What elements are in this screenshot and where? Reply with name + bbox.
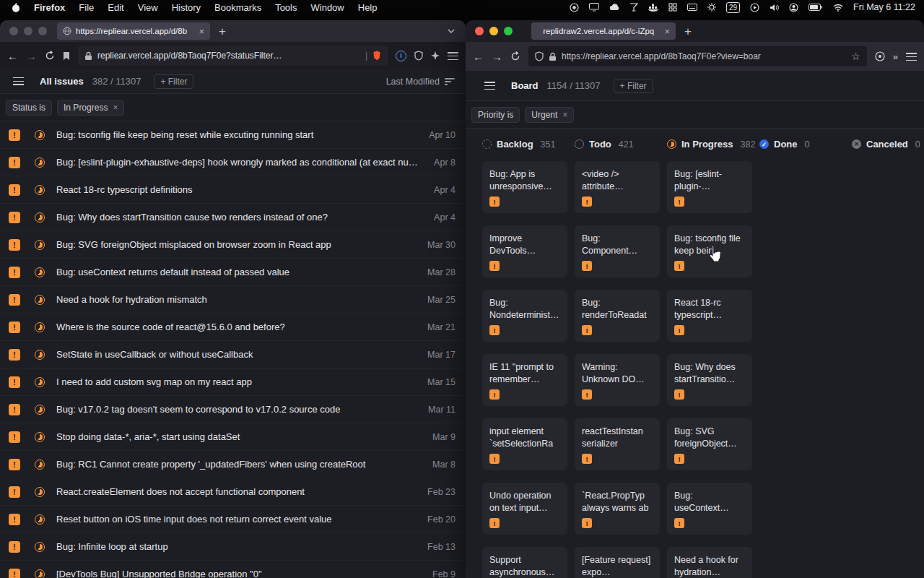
- issue-card[interactable]: Bug: Nondeterminist… !: [482, 290, 567, 342]
- priority-urgent-icon[interactable]: !: [9, 184, 20, 196]
- priority-urgent-icon[interactable]: !: [9, 569, 20, 578]
- browser-menu-icon[interactable]: [906, 53, 917, 61]
- display-icon[interactable]: [589, 3, 599, 12]
- issue-card[interactable]: IE 11 "prompt to remember… !: [482, 354, 567, 406]
- status-in-progress-icon[interactable]: [35, 460, 45, 470]
- issue-row[interactable]: ! Bug: [eslint-plugin-exhaustive-deps] h…: [0, 149, 466, 176]
- filter-field-chip[interactable]: Status is: [6, 100, 52, 116]
- issue-card[interactable]: Undo operation on text input… !: [482, 483, 567, 535]
- priority-urgent-icon[interactable]: !: [9, 431, 20, 443]
- back-icon[interactable]: ←: [7, 51, 18, 61]
- issue-card[interactable]: Warning: Unknown DO… !: [575, 354, 660, 406]
- issue-row[interactable]: ! Reset button on iOS time input does no…: [0, 506, 466, 533]
- menu-window[interactable]: Window: [311, 2, 344, 13]
- menu-help[interactable]: Help: [358, 2, 378, 13]
- priority-urgent-icon[interactable]: !: [9, 239, 20, 251]
- volume-icon[interactable]: [770, 4, 779, 12]
- status-in-progress-icon[interactable]: [35, 130, 45, 140]
- filter-field-chip[interactable]: Priority is: [471, 107, 520, 123]
- shield-icon[interactable]: [414, 51, 423, 61]
- tracking-protection-shield-icon[interactable]: [535, 51, 544, 61]
- issue-row[interactable]: ! React 18-rc typescript definitions Apr…: [0, 176, 466, 204]
- gear-icon[interactable]: [707, 3, 716, 12]
- cloud-icon[interactable]: [609, 4, 619, 11]
- status-in-progress-icon[interactable]: [35, 212, 45, 223]
- issue-row[interactable]: ! Bug: tsconfig file keep being reset wh…: [0, 121, 466, 149]
- issue-card[interactable]: [Feature request] expo… !: [575, 547, 660, 578]
- url-bar[interactable]: https://repliear.vercel.app/d/8bTaoq7F0e…: [528, 46, 867, 66]
- issue-card[interactable]: Bug: Why does startTransitio… !: [667, 354, 752, 406]
- close-window-button[interactable]: [475, 27, 484, 35]
- beverage-icon[interactable]: [629, 3, 638, 12]
- tab-close-icon[interactable]: ×: [664, 27, 670, 36]
- menu-view[interactable]: View: [138, 2, 158, 13]
- issue-row[interactable]: ! React.createElement does not accept fu…: [0, 478, 466, 506]
- priority-urgent-icon[interactable]: !: [9, 459, 20, 470]
- browser-tab[interactable]: replidraw2.vercel.app/d/c-iZpq ×: [531, 22, 676, 40]
- docker-icon[interactable]: [648, 4, 658, 12]
- info-icon[interactable]: i: [396, 51, 406, 61]
- issue-card[interactable]: input element `setSelectionRa !: [482, 418, 567, 470]
- extensions-icon[interactable]: [875, 51, 885, 61]
- status-in-progress-icon[interactable]: [35, 514, 45, 525]
- wifi-icon[interactable]: [833, 4, 843, 12]
- photos-icon[interactable]: [668, 3, 677, 12]
- status-in-progress-icon[interactable]: [35, 405, 45, 415]
- status-in-progress-icon[interactable]: [35, 185, 45, 195]
- issue-row[interactable]: ! Bug: v17.0.2 tag doesn't seem to corre…: [0, 396, 466, 423]
- play-icon[interactable]: [750, 3, 759, 12]
- tab-close-icon[interactable]: ×: [199, 27, 204, 36]
- account-icon[interactable]: [789, 3, 798, 12]
- priority-urgent-icon[interactable]: !: [9, 404, 20, 415]
- minimize-window-button[interactable]: [24, 27, 32, 35]
- url-bar[interactable]: repliear.vercel.app/d/8bTaoq7F0e?statusF…: [78, 46, 388, 66]
- priority-urgent-icon[interactable]: !: [9, 514, 20, 525]
- forward-icon[interactable]: →: [26, 51, 37, 61]
- issue-row[interactable]: ! Need a hook for hydration mismatch Mar…: [0, 286, 466, 314]
- status-in-progress-icon[interactable]: [35, 158, 45, 168]
- battery-icon[interactable]: [808, 4, 823, 11]
- issue-card[interactable]: Bug: Component… !: [575, 225, 660, 277]
- status-in-progress-icon[interactable]: [35, 322, 45, 332]
- bookmark-star-icon[interactable]: ☆: [851, 51, 860, 62]
- reload-icon[interactable]: [510, 51, 520, 61]
- add-filter-button[interactable]: + Filter: [614, 79, 653, 93]
- status-in-progress-icon[interactable]: [35, 569, 45, 578]
- menu-bookmarks[interactable]: Bookmarks: [214, 2, 261, 13]
- priority-urgent-icon[interactable]: !: [9, 212, 20, 223]
- bookmark-icon[interactable]: [63, 51, 70, 61]
- issue-row[interactable]: ! Bug: Infinite loop at startup Feb 13: [0, 533, 466, 561]
- issue-card[interactable]: Improve DevTools… !: [482, 225, 567, 277]
- overflow-chevron-icon[interactable]: »: [893, 51, 898, 62]
- issue-row[interactable]: ! Bug: RC1 Cannot create property '_upda…: [0, 451, 466, 478]
- priority-urgent-icon[interactable]: !: [9, 267, 20, 278]
- issue-card[interactable]: Need a hook for hydration… !: [667, 547, 752, 578]
- priority-urgent-icon[interactable]: !: [9, 129, 20, 141]
- priority-urgent-icon[interactable]: !: [9, 294, 20, 306]
- issue-card[interactable]: reactTestInstan serializer !: [575, 418, 660, 470]
- new-tab-button[interactable]: +: [219, 25, 226, 38]
- status-in-progress-icon[interactable]: [35, 350, 45, 360]
- priority-urgent-icon[interactable]: !: [9, 486, 20, 498]
- status-in-progress-icon[interactable]: [35, 240, 45, 250]
- issue-card[interactable]: `React.PropTyp always warns ab !: [575, 483, 660, 535]
- issue-card[interactable]: Bug: renderToReadat !: [575, 290, 660, 342]
- tab-list-chevron-icon[interactable]: [447, 28, 456, 34]
- filter-value-chip[interactable]: Urgent ×: [525, 107, 574, 123]
- issue-card[interactable]: <video /> attribute… !: [575, 161, 660, 213]
- issue-row[interactable]: ! I need to add custom svg map on my rea…: [0, 368, 466, 396]
- brave-shields-icon[interactable]: [372, 51, 381, 61]
- status-in-progress-icon[interactable]: [35, 487, 45, 497]
- back-icon[interactable]: ←: [473, 51, 484, 62]
- menu-firefox[interactable]: Firefox: [34, 2, 65, 13]
- issue-row[interactable]: ! Where is the source code of react@15.6…: [0, 314, 466, 341]
- menu-tools[interactable]: Tools: [275, 2, 297, 13]
- new-tab-button[interactable]: +: [684, 25, 692, 38]
- menu-clock[interactable]: Fri May 6 11:22: [853, 2, 915, 12]
- issue-card[interactable]: Bug: App is unresponsive… !: [482, 161, 567, 213]
- remove-filter-icon[interactable]: ×: [562, 111, 567, 119]
- issue-row[interactable]: ! SetState in useCallback or without use…: [0, 341, 466, 368]
- status-in-progress-icon[interactable]: [35, 267, 45, 277]
- sort-control[interactable]: Last Modified: [386, 77, 456, 87]
- menu-file[interactable]: File: [79, 2, 94, 13]
